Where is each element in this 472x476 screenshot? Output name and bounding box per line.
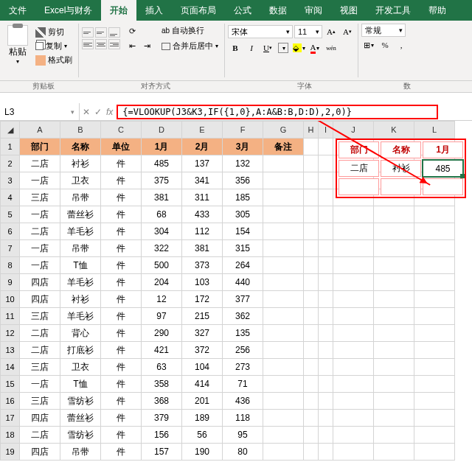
data-cell[interactable] xyxy=(263,359,304,376)
data-cell[interactable]: 件 xyxy=(101,223,142,240)
data-cell[interactable]: 雪纺衫 xyxy=(60,427,101,444)
data-cell[interactable]: 485 xyxy=(142,155,182,172)
lookup-cell[interactable]: 二店 xyxy=(339,160,379,177)
row-header[interactable]: 17 xyxy=(1,410,20,427)
data-cell[interactable]: 蕾丝衫 xyxy=(60,410,101,427)
data-cell[interactable] xyxy=(263,274,304,291)
row-header[interactable]: 2 xyxy=(1,155,20,172)
data-cell[interactable]: 322 xyxy=(142,240,182,257)
data-cell[interactable]: 件 xyxy=(101,444,142,461)
data-cell[interactable] xyxy=(263,172,304,189)
data-cell[interactable]: 羊毛衫 xyxy=(60,223,101,240)
data-cell[interactable]: 二店 xyxy=(20,223,60,240)
data-cell[interactable]: 蕾丝衫 xyxy=(60,206,101,223)
data-cell[interactable] xyxy=(263,444,304,461)
worksheet-grid[interactable]: ◢ A B C D E F G H I J K L 1部门名称单位1月2月3月备… xyxy=(0,121,472,461)
data-cell[interactable]: 377 xyxy=(223,291,263,308)
underline-button[interactable]: U▾ xyxy=(260,41,275,55)
tab-excel-finance[interactable]: Excel与财务 xyxy=(35,0,101,21)
data-cell[interactable]: 三店 xyxy=(20,308,60,325)
col-header[interactable]: F xyxy=(223,122,263,139)
paste-button[interactable]: 粘贴 ▾ xyxy=(3,24,32,66)
data-cell[interactable]: 135 xyxy=(223,325,263,342)
row-header[interactable]: 16 xyxy=(1,393,20,410)
increase-font-button[interactable]: A▴ xyxy=(324,25,339,38)
data-cell[interactable] xyxy=(263,240,304,257)
data-cell[interactable]: 四店 xyxy=(20,291,60,308)
data-cell[interactable]: 201 xyxy=(182,393,223,410)
data-cell[interactable]: 四店 xyxy=(20,444,60,461)
tab-file[interactable]: 文件 xyxy=(0,0,35,21)
copy-button[interactable]: 复制▾ xyxy=(32,40,75,52)
wrap-text-button[interactable]: ab自动换行 xyxy=(159,24,221,37)
comma-button[interactable]: , xyxy=(394,38,409,52)
data-cell[interactable]: 卫衣 xyxy=(60,359,101,376)
data-cell[interactable]: 414 xyxy=(182,376,223,393)
data-cell[interactable]: 137 xyxy=(182,155,223,172)
col-header[interactable]: H xyxy=(304,122,319,139)
data-cell[interactable]: 103 xyxy=(182,274,223,291)
data-cell[interactable]: 215 xyxy=(182,308,223,325)
data-cell[interactable]: 件 xyxy=(101,376,142,393)
data-cell[interactable]: 一店 xyxy=(20,376,60,393)
data-cell[interactable]: 500 xyxy=(142,257,182,274)
data-cell[interactable]: 一店 xyxy=(20,206,60,223)
format-painter-button[interactable]: 格式刷 xyxy=(32,54,75,66)
row-header[interactable]: 4 xyxy=(1,189,20,206)
data-cell[interactable]: 衬衫 xyxy=(60,155,101,172)
data-cell[interactable]: 264 xyxy=(223,257,263,274)
data-cell[interactable]: T恤 xyxy=(60,257,101,274)
formula-input[interactable]: {=VLOOKUP(J3&K3,IF({1,0},A:A&B:B,D:D),2,… xyxy=(117,105,438,119)
data-cell[interactable]: 12 xyxy=(142,291,182,308)
data-cell[interactable] xyxy=(263,393,304,410)
data-cell[interactable]: 卫衣 xyxy=(60,172,101,189)
data-cell[interactable]: 304 xyxy=(142,223,182,240)
data-cell[interactable]: 63 xyxy=(142,359,182,376)
data-cell[interactable]: 97 xyxy=(142,308,182,325)
data-cell[interactable]: 一店 xyxy=(20,257,60,274)
row-header[interactable]: 9 xyxy=(1,274,20,291)
data-cell[interactable]: 440 xyxy=(223,274,263,291)
data-cell[interactable]: 件 xyxy=(101,359,142,376)
merge-center-button[interactable]: 合并后居中▾ xyxy=(159,40,221,52)
accounting-format-button[interactable]: ⊞ xyxy=(361,38,376,52)
col-header[interactable]: E xyxy=(182,122,223,139)
data-cell[interactable]: 四店 xyxy=(20,274,60,291)
font-color-button[interactable]: A xyxy=(308,41,322,55)
data-cell[interactable]: 羊毛衫 xyxy=(60,274,101,291)
data-cell[interactable]: 189 xyxy=(182,410,223,427)
fill-color-button[interactable]: ⬙ xyxy=(291,41,306,55)
decrease-font-button[interactable]: A▾ xyxy=(340,25,355,38)
table-header-cell[interactable]: 名称 xyxy=(60,139,101,155)
decrease-indent-button[interactable]: ⇤ xyxy=(125,39,139,52)
data-cell[interactable]: 件 xyxy=(101,308,142,325)
data-cell[interactable]: 雪纺衫 xyxy=(60,393,101,410)
col-header[interactable]: L xyxy=(414,122,455,139)
row-header[interactable]: 19 xyxy=(1,444,20,461)
data-cell[interactable]: 372 xyxy=(182,342,223,359)
data-cell[interactable]: 四店 xyxy=(20,410,60,427)
data-cell[interactable]: 172 xyxy=(182,291,223,308)
data-cell[interactable]: 156 xyxy=(142,427,182,444)
data-cell[interactable]: 羊毛衫 xyxy=(60,308,101,325)
data-cell[interactable]: 80 xyxy=(223,444,263,461)
data-cell[interactable]: 件 xyxy=(101,172,142,189)
orientation-button[interactable]: ⟳ xyxy=(125,24,139,38)
data-cell[interactable]: 132 xyxy=(223,155,263,172)
tab-formulas[interactable]: 公式 xyxy=(225,0,260,21)
data-cell[interactable] xyxy=(263,342,304,359)
data-cell[interactable] xyxy=(263,206,304,223)
data-cell[interactable]: 157 xyxy=(142,444,182,461)
lookup-result-cell[interactable]: 485 xyxy=(423,160,463,177)
row-header[interactable]: 15 xyxy=(1,376,20,393)
data-cell[interactable]: 背心 xyxy=(60,325,101,342)
table-header-cell[interactable]: 备注 xyxy=(263,139,304,155)
table-header-cell[interactable]: 2月 xyxy=(182,139,223,155)
data-cell[interactable]: 件 xyxy=(101,240,142,257)
data-cell[interactable] xyxy=(263,155,304,172)
row-header[interactable]: 14 xyxy=(1,359,20,376)
percent-button[interactable]: % xyxy=(378,38,392,52)
table-header-cell[interactable]: 1月 xyxy=(142,139,182,155)
col-header[interactable]: C xyxy=(101,122,142,139)
data-cell[interactable]: 315 xyxy=(223,240,263,257)
